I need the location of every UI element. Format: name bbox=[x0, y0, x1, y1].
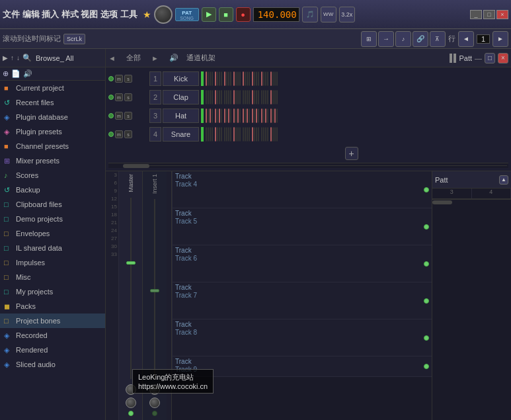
step[interactable] bbox=[256, 90, 257, 105]
step[interactable] bbox=[261, 127, 262, 142]
sidebar-item-current-project[interactable]: ■ Current project bbox=[0, 81, 105, 95]
step[interactable] bbox=[274, 127, 276, 142]
step[interactable] bbox=[219, 127, 220, 142]
step[interactable] bbox=[226, 90, 227, 105]
step[interactable] bbox=[235, 71, 237, 86]
step[interactable] bbox=[276, 90, 278, 105]
step[interactable] bbox=[258, 108, 259, 123]
step[interactable] bbox=[217, 108, 218, 123]
seq-solo-snare[interactable]: s bbox=[124, 130, 132, 138]
step[interactable] bbox=[224, 90, 225, 105]
insert-knob-vol[interactable] bbox=[149, 398, 160, 408]
step[interactable] bbox=[276, 127, 278, 142]
track-lane-6[interactable]: Track Track 6 bbox=[172, 245, 432, 282]
step[interactable] bbox=[208, 71, 209, 86]
right-panel-scroll-up[interactable]: ▲ bbox=[499, 175, 508, 185]
arrow-btn[interactable]: → bbox=[378, 31, 394, 47]
step[interactable] bbox=[263, 108, 264, 123]
step[interactable] bbox=[276, 108, 278, 123]
step[interactable] bbox=[230, 127, 231, 142]
track-dot-4[interactable] bbox=[424, 187, 429, 192]
step[interactable] bbox=[206, 90, 207, 105]
sidebar-item-mixer-presets[interactable]: ⊞ Mixer presets bbox=[0, 153, 105, 168]
step[interactable] bbox=[208, 108, 209, 123]
step[interactable] bbox=[224, 71, 225, 86]
grid-btn[interactable]: ⊞ bbox=[361, 31, 377, 47]
track-dot-9[interactable] bbox=[424, 364, 429, 369]
step[interactable] bbox=[263, 71, 264, 86]
step[interactable] bbox=[221, 127, 222, 142]
track-lane-7[interactable]: Track Track 7 bbox=[172, 282, 432, 319]
step[interactable] bbox=[230, 90, 231, 105]
step[interactable] bbox=[243, 108, 244, 123]
step[interactable] bbox=[237, 127, 239, 142]
step[interactable] bbox=[208, 127, 209, 142]
step[interactable] bbox=[226, 71, 227, 86]
step[interactable] bbox=[267, 71, 268, 86]
add-channel-btn[interactable]: + bbox=[345, 147, 358, 160]
sidebar-item-envelopes[interactable]: □ Envelopes bbox=[0, 226, 105, 241]
step[interactable] bbox=[263, 127, 264, 142]
step[interactable] bbox=[237, 108, 239, 123]
step[interactable] bbox=[267, 108, 268, 123]
seq-mute-clap[interactable]: m bbox=[115, 93, 123, 101]
step[interactable] bbox=[210, 127, 211, 142]
track-dot-6[interactable] bbox=[424, 261, 429, 267]
seq-mute-hat[interactable]: m bbox=[115, 112, 123, 120]
pattern-nav-left[interactable]: ◄ bbox=[108, 54, 116, 62]
sidebar-item-rendered[interactable]: ◈ Rendered bbox=[0, 343, 105, 357]
step[interactable] bbox=[254, 108, 255, 123]
step[interactable] bbox=[247, 108, 248, 123]
step[interactable] bbox=[265, 90, 266, 105]
step[interactable] bbox=[224, 108, 225, 123]
track-lane-9[interactable]: Track Track 9 bbox=[172, 357, 432, 376]
pat-song-btn[interactable]: PAT SONG bbox=[175, 8, 199, 21]
prev-row-btn[interactable]: ◄ bbox=[458, 31, 474, 47]
sidebar-item-clipboard-files[interactable]: □ Clipboard files bbox=[0, 197, 105, 212]
step[interactable] bbox=[235, 108, 237, 123]
step[interactable] bbox=[221, 71, 222, 86]
step[interactable] bbox=[237, 90, 239, 105]
step[interactable] bbox=[243, 127, 244, 142]
step[interactable] bbox=[256, 127, 257, 142]
pattern-close-btn[interactable]: × bbox=[498, 53, 508, 63]
step[interactable] bbox=[228, 127, 229, 142]
step[interactable] bbox=[235, 127, 237, 142]
sidebar-item-recent-files[interactable]: ↺ Recent files bbox=[0, 95, 105, 110]
step[interactable] bbox=[208, 90, 209, 105]
note-btn[interactable]: ♪ bbox=[395, 31, 411, 47]
step[interactable] bbox=[272, 90, 274, 105]
step[interactable] bbox=[252, 90, 253, 105]
seq-active-snare[interactable] bbox=[108, 132, 114, 137]
maximize-btn[interactable]: □ bbox=[483, 10, 495, 19]
step[interactable] bbox=[230, 108, 231, 123]
track-lane-5[interactable]: Track Track 5 bbox=[172, 208, 432, 245]
sidebar-item-impulses[interactable]: □ Impulses bbox=[0, 255, 105, 270]
sidebar-item-scores[interactable]: ♪ Scores bbox=[0, 168, 105, 183]
track-dot-7[interactable] bbox=[424, 298, 429, 304]
insert-knob-pan[interactable] bbox=[149, 384, 160, 395]
step[interactable] bbox=[247, 127, 248, 142]
step[interactable] bbox=[254, 71, 255, 86]
step[interactable] bbox=[239, 127, 241, 142]
step[interactable] bbox=[237, 71, 239, 86]
sidebar-item-channel-presets[interactable]: ■ Channel presets bbox=[0, 139, 105, 153]
pattern-max-btn[interactable]: □ bbox=[485, 53, 495, 63]
step[interactable] bbox=[256, 71, 257, 86]
step[interactable] bbox=[221, 90, 222, 105]
seq-name-snare[interactable]: Snare bbox=[163, 127, 199, 142]
seq-active-kick[interactable] bbox=[108, 76, 114, 81]
step[interactable] bbox=[274, 108, 276, 123]
step[interactable] bbox=[272, 127, 274, 142]
master-knob-vol[interactable] bbox=[126, 398, 136, 408]
step[interactable] bbox=[249, 90, 250, 105]
tempo-knob[interactable] bbox=[154, 5, 173, 24]
step[interactable] bbox=[210, 71, 211, 86]
play-btn[interactable]: ▶ bbox=[202, 7, 216, 22]
step[interactable] bbox=[249, 108, 250, 123]
track-lane-8[interactable]: Track Track 8 bbox=[172, 319, 432, 356]
step[interactable] bbox=[212, 108, 213, 123]
step[interactable] bbox=[224, 127, 225, 142]
star-icon[interactable]: ★ bbox=[143, 9, 151, 20]
step[interactable] bbox=[252, 108, 253, 123]
